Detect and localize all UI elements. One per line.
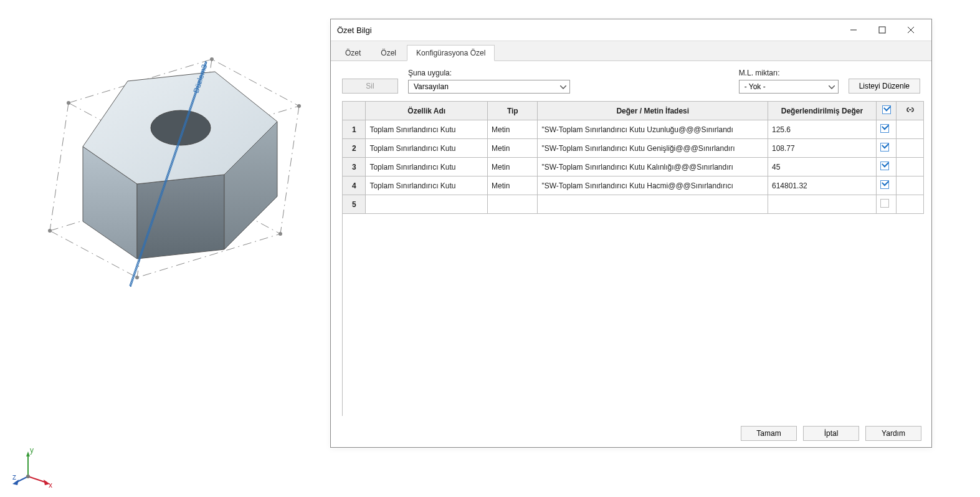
svg-text:z: z xyxy=(12,473,16,481)
prop-expr-cell[interactable] xyxy=(538,195,768,214)
toolbar: Sil Şuna uygula: Varsayılan M.L. miktarı… xyxy=(331,61,931,101)
svg-point-10 xyxy=(278,232,282,236)
prop-type-cell[interactable] xyxy=(488,195,538,214)
row-index: 3 xyxy=(343,158,366,176)
row-index: 5 xyxy=(343,195,366,214)
check-all-icon[interactable] xyxy=(882,105,891,114)
prop-check-cell[interactable] xyxy=(876,139,897,158)
apply-to-label: Şuna uygula: xyxy=(408,69,570,77)
edit-list-button[interactable]: Listeyi Düzenle xyxy=(849,79,920,94)
svg-point-6 xyxy=(297,104,301,108)
prop-value-cell[interactable] xyxy=(768,195,877,214)
prop-check-cell[interactable] xyxy=(876,158,897,176)
prop-check-cell[interactable] xyxy=(876,120,897,139)
prop-value-cell[interactable]: 614801.32 xyxy=(768,176,877,195)
prop-value-cell[interactable]: 108.77 xyxy=(768,139,877,158)
prop-type-cell[interactable]: Metin xyxy=(488,139,538,158)
prop-expr-cell[interactable]: "SW-Toplam Sınırlandırıcı Kutu Kalınlığı… xyxy=(538,158,768,176)
apply-to-select[interactable]: Varsayılan xyxy=(408,80,570,94)
prop-name-cell[interactable] xyxy=(366,195,488,214)
svg-point-11 xyxy=(135,276,139,279)
titlebar[interactable]: Özet Bilgi xyxy=(331,19,931,41)
table-row[interactable]: 2Toplam Sınırlandırıcı KutuMetin"SW-Topl… xyxy=(343,139,924,158)
table-row[interactable]: 1Toplam Sınırlandırıcı KutuMetin"SW-Topl… xyxy=(343,120,924,139)
summary-info-dialog: Özet Bilgi Özet Özel Konfigürasyona Özel… xyxy=(330,19,932,448)
svg-line-2 xyxy=(280,106,299,234)
svg-line-0 xyxy=(50,103,69,231)
properties-table[interactable]: Özellik Adı Tip Değer / Metin İfadesi De… xyxy=(342,101,924,416)
ok-button[interactable]: Tamam xyxy=(741,426,797,441)
svg-text:y: y xyxy=(30,446,34,455)
svg-point-5 xyxy=(210,57,214,61)
model-svg: Düzlem3 xyxy=(25,37,324,337)
prop-link-cell[interactable] xyxy=(897,195,924,214)
row-index: 4 xyxy=(343,176,366,195)
prop-expr-cell[interactable]: "SW-Toplam Sınırlandırıcı Kutu Hacmi@@@S… xyxy=(538,176,768,195)
prop-check-cell[interactable] xyxy=(876,176,897,195)
prop-value-cell[interactable]: 125.6 xyxy=(768,120,877,139)
coordinate-triad: y x z xyxy=(12,445,56,491)
prop-link-cell[interactable] xyxy=(897,176,924,195)
svg-line-21 xyxy=(28,476,47,483)
svg-rect-30 xyxy=(879,27,885,33)
prop-name-cell[interactable]: Toplam Sınırlandırıcı Kutu xyxy=(366,120,488,139)
maximize-button[interactable] xyxy=(868,20,897,40)
help-button[interactable]: Yardım xyxy=(865,426,921,441)
minimize-button[interactable] xyxy=(839,20,868,40)
prop-link-cell[interactable] xyxy=(897,139,924,158)
delete-button: Sil xyxy=(342,79,398,94)
prop-type-cell[interactable]: Metin xyxy=(488,176,538,195)
table-header-row: Özellik Adı Tip Değer / Metin İfadesi De… xyxy=(343,102,924,120)
prop-expr-cell[interactable]: "SW-Toplam Sınırlandırıcı Kutu Genişliği… xyxy=(538,139,768,158)
svg-point-8 xyxy=(48,229,52,233)
prop-link-cell[interactable] xyxy=(897,158,924,176)
tab-custom[interactable]: Özel xyxy=(371,45,406,60)
table-row[interactable]: 4Toplam Sınırlandırıcı KutuMetin"SW-Topl… xyxy=(343,176,924,195)
prop-value-cell[interactable]: 45 xyxy=(768,158,877,176)
dialog-title: Özet Bilgi xyxy=(337,26,372,35)
ml-amount-select[interactable]: - Yok - xyxy=(739,80,839,94)
svg-text:x: x xyxy=(49,481,52,489)
prop-type-cell[interactable]: Metin xyxy=(488,158,538,176)
dialog-footer: Tamam İptal Yardım xyxy=(331,420,931,447)
svg-point-25 xyxy=(26,475,30,478)
model-viewport[interactable]: Düzlem3 xyxy=(0,0,330,497)
prop-name-cell[interactable]: Toplam Sınırlandırıcı Kutu xyxy=(366,139,488,158)
svg-point-4 xyxy=(67,101,70,105)
table-row[interactable]: 5 xyxy=(343,195,924,214)
close-button[interactable] xyxy=(897,20,925,40)
prop-name-cell[interactable]: Toplam Sınırlandırıcı Kutu xyxy=(366,176,488,195)
prop-name-cell[interactable]: Toplam Sınırlandırıcı Kutu xyxy=(366,158,488,176)
prop-check-cell[interactable] xyxy=(876,195,897,214)
link-icon xyxy=(905,106,916,115)
prop-link-cell[interactable] xyxy=(897,120,924,139)
tab-config-specific[interactable]: Konfigürasyona Özel xyxy=(407,45,495,61)
cancel-button[interactable]: İptal xyxy=(803,426,859,441)
tab-summary[interactable]: Özet xyxy=(336,45,370,60)
svg-marker-13 xyxy=(137,175,224,259)
table-row[interactable]: 3Toplam Sınırlandırıcı KutuMetin"SW-Topl… xyxy=(343,158,924,176)
ml-amount-label: M.L. miktarı: xyxy=(739,69,839,77)
row-index: 1 xyxy=(343,120,366,139)
row-index: 2 xyxy=(343,139,366,158)
tabstrip: Özet Özel Konfigürasyona Özel xyxy=(331,41,931,61)
prop-expr-cell[interactable]: "SW-Toplam Sınırlandırıcı Kutu Uzunluğu@… xyxy=(538,120,768,139)
prop-type-cell[interactable]: Metin xyxy=(488,120,538,139)
